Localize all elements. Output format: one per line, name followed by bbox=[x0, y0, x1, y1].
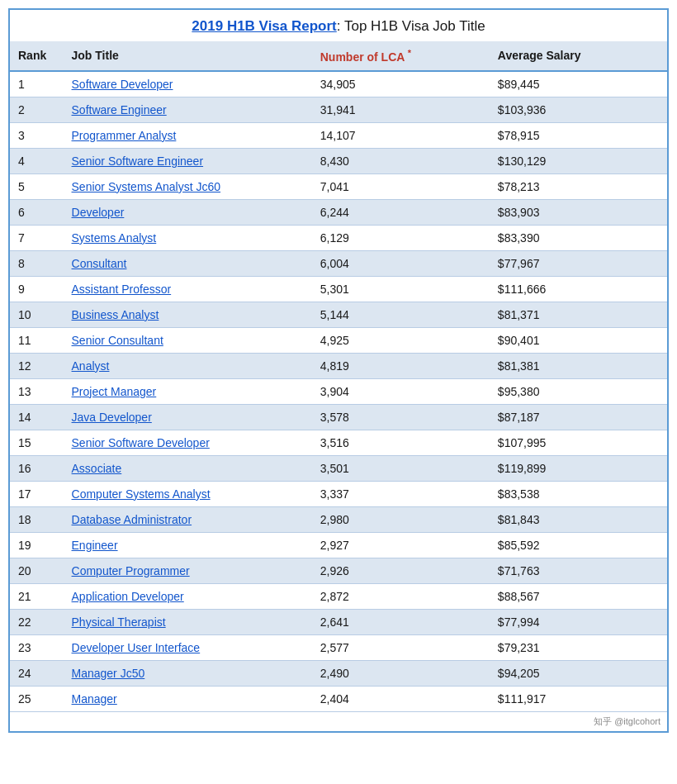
job-title-link[interactable]: Computer Systems Analyst bbox=[72, 487, 211, 501]
cell-salary: $103,936 bbox=[490, 97, 667, 122]
cell-job-title: Manager Jc50 bbox=[64, 660, 312, 686]
job-title-link[interactable]: Engineer bbox=[72, 539, 118, 552]
job-title-link[interactable]: Analyst bbox=[72, 359, 110, 373]
page-title: 2019 H1B Visa Report: Top H1B Visa Job T… bbox=[10, 10, 667, 41]
job-title-link[interactable]: Application Developer bbox=[72, 590, 184, 603]
cell-job-title: Programmer Analyst bbox=[64, 122, 312, 148]
cell-lca: 2,404 bbox=[312, 686, 490, 711]
job-title-link[interactable]: Senior Consultant bbox=[72, 334, 163, 347]
job-title-link[interactable]: Assistant Professor bbox=[72, 283, 172, 296]
cell-lca: 7,041 bbox=[312, 173, 490, 199]
cell-lca: 8,430 bbox=[312, 148, 490, 173]
table-row: 25Manager2,404$111,917 bbox=[10, 686, 667, 711]
cell-lca: 2,872 bbox=[312, 583, 490, 609]
job-title-link[interactable]: Programmer Analyst bbox=[72, 129, 177, 142]
job-title-link[interactable]: Senior Systems Analyst Jc60 bbox=[72, 180, 221, 193]
table-row: 3Programmer Analyst14,107$78,915 bbox=[10, 122, 667, 148]
cell-salary: $85,592 bbox=[490, 532, 667, 558]
cell-lca: 2,641 bbox=[312, 609, 490, 634]
cell-salary: $111,917 bbox=[490, 686, 667, 711]
table-row: 6Developer6,244$83,903 bbox=[10, 199, 667, 225]
cell-rank: 2 bbox=[10, 97, 64, 122]
watermark: 知乎 @itglcohort bbox=[10, 712, 667, 731]
job-title-link[interactable]: Manager Jc50 bbox=[72, 667, 145, 680]
table-row: 7Systems Analyst6,129$83,390 bbox=[10, 225, 667, 250]
job-title-link[interactable]: Java Developer bbox=[72, 411, 152, 424]
cell-salary: $107,995 bbox=[490, 430, 667, 455]
cell-rank: 13 bbox=[10, 378, 64, 404]
job-title-link[interactable]: Senior Software Engineer bbox=[72, 154, 204, 168]
cell-rank: 25 bbox=[10, 686, 64, 711]
table-row: 9Assistant Professor5,301$111,666 bbox=[10, 276, 667, 302]
cell-lca: 5,144 bbox=[312, 302, 490, 327]
cell-lca: 3,337 bbox=[312, 481, 490, 506]
cell-lca: 2,577 bbox=[312, 634, 490, 660]
job-title-link[interactable]: Business Analyst bbox=[72, 308, 159, 321]
cell-salary: $71,763 bbox=[490, 558, 667, 583]
job-title-link[interactable]: Software Developer bbox=[72, 78, 173, 91]
cell-salary: $83,390 bbox=[490, 225, 667, 250]
cell-job-title: Developer User Interface bbox=[64, 634, 312, 660]
table-row: 13Project Manager3,904$95,380 bbox=[10, 378, 667, 404]
cell-lca: 4,925 bbox=[312, 327, 490, 353]
cell-lca: 2,490 bbox=[312, 660, 490, 686]
cell-rank: 9 bbox=[10, 276, 64, 302]
cell-job-title: Business Analyst bbox=[64, 302, 312, 327]
cell-job-title: Database Administrator bbox=[64, 506, 312, 532]
cell-job-title: Computer Programmer bbox=[64, 558, 312, 583]
cell-lca: 2,926 bbox=[312, 558, 490, 583]
cell-salary: $78,213 bbox=[490, 173, 667, 199]
cell-lca: 3,904 bbox=[312, 378, 490, 404]
cell-lca: 3,578 bbox=[312, 404, 490, 430]
job-title-link[interactable]: Senior Software Developer bbox=[72, 436, 210, 449]
job-title-link[interactable]: Software Engineer bbox=[72, 103, 167, 116]
cell-job-title: Senior Software Engineer bbox=[64, 148, 312, 173]
table-row: 4Senior Software Engineer8,430$130,129 bbox=[10, 148, 667, 173]
cell-rank: 11 bbox=[10, 327, 64, 353]
cell-job-title: Systems Analyst bbox=[64, 225, 312, 250]
cell-rank: 3 bbox=[10, 122, 64, 148]
job-title-link[interactable]: Manager bbox=[72, 692, 117, 706]
cell-job-title: Manager bbox=[64, 686, 312, 711]
cell-job-title: Java Developer bbox=[64, 404, 312, 430]
cell-job-title: Senior Consultant bbox=[64, 327, 312, 353]
job-title-link[interactable]: Project Manager bbox=[72, 385, 157, 398]
cell-job-title: Engineer bbox=[64, 532, 312, 558]
cell-lca: 6,004 bbox=[312, 250, 490, 276]
cell-rank: 10 bbox=[10, 302, 64, 327]
cell-salary: $83,538 bbox=[490, 481, 667, 506]
cell-salary: $119,899 bbox=[490, 455, 667, 481]
job-title-link[interactable]: Database Administrator bbox=[72, 513, 192, 526]
cell-salary: $95,380 bbox=[490, 378, 667, 404]
job-title-link[interactable]: Developer User Interface bbox=[72, 641, 201, 654]
cell-lca: 6,244 bbox=[312, 199, 490, 225]
cell-salary: $77,994 bbox=[490, 609, 667, 634]
job-title-link[interactable]: Consultant bbox=[72, 257, 127, 270]
table-row: 18Database Administrator2,980$81,843 bbox=[10, 506, 667, 532]
cell-job-title: Assistant Professor bbox=[64, 276, 312, 302]
cell-rank: 12 bbox=[10, 353, 64, 378]
cell-salary: $94,205 bbox=[490, 660, 667, 686]
report-link[interactable]: 2019 H1B Visa Report bbox=[192, 18, 336, 34]
table-row: 24Manager Jc502,490$94,205 bbox=[10, 660, 667, 686]
cell-lca: 31,941 bbox=[312, 97, 490, 122]
cell-salary: $111,666 bbox=[490, 276, 667, 302]
cell-salary: $88,567 bbox=[490, 583, 667, 609]
job-title-link[interactable]: Associate bbox=[72, 462, 122, 475]
job-title-link[interactable]: Computer Programmer bbox=[72, 564, 190, 577]
cell-lca: 6,129 bbox=[312, 225, 490, 250]
cell-salary: $79,231 bbox=[490, 634, 667, 660]
cell-job-title: Senior Systems Analyst Jc60 bbox=[64, 173, 312, 199]
table-row: 1Software Developer34,905$89,445 bbox=[10, 71, 667, 97]
report-container: 2019 H1B Visa Report: Top H1B Visa Job T… bbox=[8, 8, 669, 733]
job-title-link[interactable]: Systems Analyst bbox=[72, 231, 157, 245]
cell-salary: $130,129 bbox=[490, 148, 667, 173]
cell-rank: 15 bbox=[10, 430, 64, 455]
col-lca-header: Number of LCA * bbox=[312, 41, 490, 71]
cell-rank: 16 bbox=[10, 455, 64, 481]
job-title-link[interactable]: Developer bbox=[72, 206, 125, 219]
cell-salary: $81,371 bbox=[490, 302, 667, 327]
cell-rank: 14 bbox=[10, 404, 64, 430]
cell-rank: 1 bbox=[10, 71, 64, 97]
job-title-link[interactable]: Physical Therapist bbox=[72, 615, 166, 629]
